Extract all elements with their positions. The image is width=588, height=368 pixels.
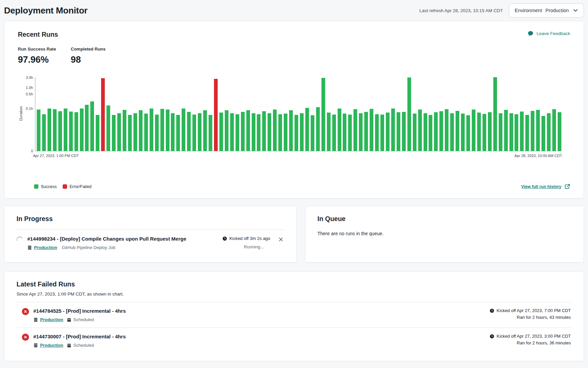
run-bar-success[interactable] <box>295 115 298 151</box>
run-bar-success[interactable] <box>370 109 373 151</box>
run-bar-success[interactable] <box>445 109 448 151</box>
run-bar-success[interactable] <box>80 109 84 151</box>
run-bar-success[interactable] <box>380 115 384 151</box>
run-bar-success[interactable] <box>509 113 513 151</box>
run-bar-success[interactable] <box>536 110 540 151</box>
run-bar-success[interactable] <box>343 114 346 151</box>
run-bar-success[interactable] <box>531 111 534 151</box>
run-bar-success[interactable] <box>278 114 282 151</box>
run-bar-success[interactable] <box>488 112 492 151</box>
run-bar-success[interactable] <box>353 109 357 151</box>
run-bar-success[interactable] <box>268 113 271 151</box>
run-bar-success[interactable] <box>150 109 153 151</box>
run-bar-success[interactable] <box>327 113 331 151</box>
run-bar-success[interactable] <box>407 78 411 151</box>
run-bar-success[interactable] <box>187 112 191 151</box>
run-bar-success[interactable] <box>520 112 524 151</box>
run-bar-success[interactable] <box>402 112 406 151</box>
run-bar-success[interactable] <box>230 113 234 151</box>
run-bar-success[interactable] <box>547 113 551 151</box>
run-bar-success[interactable] <box>429 115 432 151</box>
run-bar-success[interactable] <box>552 109 556 151</box>
run-bar-success[interactable] <box>262 111 266 151</box>
run-bar-success[interactable] <box>203 110 207 151</box>
run-bar-success[interactable] <box>123 110 126 151</box>
run-bar-success[interactable] <box>96 115 99 151</box>
view-full-run-history-link[interactable]: View full run history <box>521 184 570 189</box>
run-bar-success[interactable] <box>139 110 143 151</box>
run-bar-success[interactable] <box>236 114 239 151</box>
run-bar-success[interactable] <box>499 113 502 151</box>
run-bar-success[interactable] <box>386 113 390 151</box>
run-bar-success[interactable] <box>53 109 57 151</box>
run-bar-success[interactable] <box>359 113 363 151</box>
run-bar-success[interactable] <box>348 115 352 151</box>
run-bar-success[interactable] <box>241 112 245 151</box>
run-bar-success[interactable] <box>332 115 336 151</box>
run-bar-failed[interactable] <box>101 78 105 151</box>
run-bar-success[interactable] <box>106 105 110 151</box>
run-bar-success[interactable] <box>198 113 202 151</box>
run-bar-success[interactable] <box>192 115 196 151</box>
run-bar-success[interactable] <box>391 109 395 151</box>
run-bar-success[interactable] <box>284 114 287 151</box>
run-bar-success[interactable] <box>300 113 304 151</box>
run-bar-success[interactable] <box>117 113 121 151</box>
run-bar-failed[interactable] <box>214 79 218 151</box>
run-bar-success[interactable] <box>305 108 309 151</box>
run-bar-success[interactable] <box>225 110 228 151</box>
run-bar-success[interactable] <box>48 109 51 151</box>
run-bar-success[interactable] <box>418 110 422 151</box>
run-bar-success[interactable] <box>85 105 89 151</box>
run-bar-success[interactable] <box>424 113 427 151</box>
cancel-run-button[interactable] <box>278 236 284 243</box>
run-bar-success[interactable] <box>273 110 277 151</box>
run-bar-success[interactable] <box>364 112 368 151</box>
run-bar-success[interactable] <box>477 113 481 151</box>
run-bar-success[interactable] <box>338 109 341 151</box>
run-bar-success[interactable] <box>257 114 260 151</box>
run-bar-success[interactable] <box>515 114 518 151</box>
run-bar-success[interactable] <box>209 115 212 151</box>
run-bar-success[interactable] <box>112 115 116 151</box>
run-bar-success[interactable] <box>541 116 545 151</box>
run-bar-success[interactable] <box>397 112 400 151</box>
run-bar-success[interactable] <box>525 115 529 151</box>
run-bar-success[interactable] <box>413 114 416 151</box>
run-bar-success[interactable] <box>166 110 169 151</box>
run-bar-success[interactable] <box>493 77 497 151</box>
run-bar-success[interactable] <box>456 111 459 151</box>
environment-production-link[interactable]: Production <box>33 317 63 322</box>
leave-feedback-link[interactable]: Leave Feedback <box>528 31 570 36</box>
environment-select[interactable]: Environment Production <box>509 3 584 18</box>
environment-production-link[interactable]: Production <box>33 343 63 348</box>
run-bar-success[interactable] <box>316 107 320 151</box>
run-bar-success[interactable] <box>246 110 250 151</box>
run-bar-success[interactable] <box>472 110 475 151</box>
run-bar-success[interactable] <box>74 112 78 151</box>
run-bar-success[interactable] <box>171 113 175 151</box>
run-bar-success[interactable] <box>504 110 508 151</box>
run-bar-success[interactable] <box>128 115 132 151</box>
run-bar-success[interactable] <box>182 109 185 151</box>
run-bar-success[interactable] <box>42 114 46 151</box>
run-bar-success[interactable] <box>58 111 62 151</box>
run-bar-success[interactable] <box>375 114 379 151</box>
run-bar-success[interactable] <box>461 114 465 151</box>
run-bar-success[interactable] <box>450 113 454 151</box>
run-bar-success[interactable] <box>144 114 148 151</box>
run-bar-success[interactable] <box>558 112 561 151</box>
run-bar-success[interactable] <box>155 115 159 151</box>
run-bar-success[interactable] <box>64 109 67 151</box>
run-bar-success[interactable] <box>434 112 438 151</box>
run-bar-success[interactable] <box>311 115 314 151</box>
run-bar-success[interactable] <box>289 110 293 151</box>
run-bar-success[interactable] <box>37 110 40 151</box>
run-bar-success[interactable] <box>483 114 486 151</box>
run-bar-success[interactable] <box>439 111 443 151</box>
run-bar-success[interactable] <box>90 101 94 151</box>
environment-production-link[interactable]: Production <box>27 245 57 250</box>
run-bar-success[interactable] <box>176 115 180 151</box>
run-bar-success[interactable] <box>160 109 164 151</box>
run-bar-success[interactable] <box>219 113 223 151</box>
